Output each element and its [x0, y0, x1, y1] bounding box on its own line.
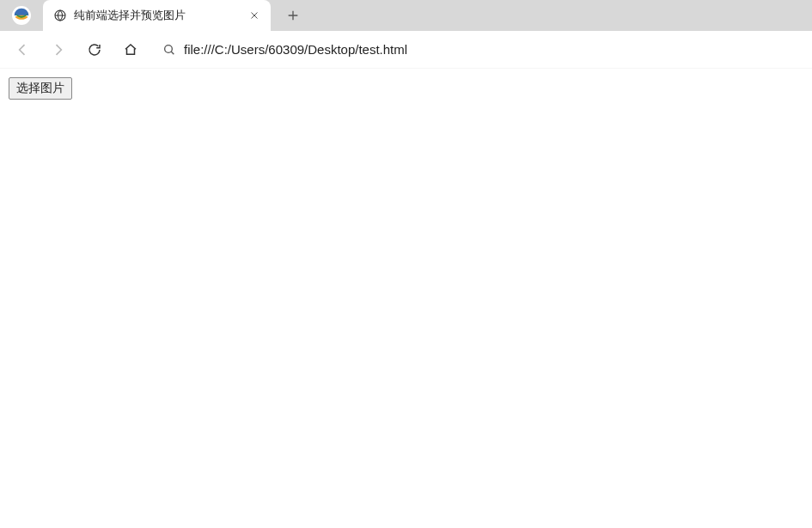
select-image-button[interactable]: 选择图片: [9, 77, 72, 100]
back-button[interactable]: [10, 38, 34, 62]
tab-active[interactable]: 纯前端选择并预览图片: [43, 0, 271, 31]
tab-title: 纯前端选择并预览图片: [74, 8, 240, 23]
search-icon: [162, 42, 177, 58]
globe-icon: [53, 9, 67, 22]
url-text: file:///C:/Users/60309/Desktop/test.html: [184, 42, 407, 57]
svg-point-2: [165, 45, 173, 52]
toolbar: file:///C:/Users/60309/Desktop/test.html: [0, 31, 812, 69]
close-icon[interactable]: [247, 8, 262, 23]
reload-button[interactable]: [82, 38, 107, 62]
new-tab-button[interactable]: [279, 2, 307, 29]
tab-strip: 纯前端选择并预览图片: [0, 0, 812, 31]
browser-logo-icon: [12, 6, 31, 25]
forward-button[interactable]: [46, 38, 70, 62]
address-bar[interactable]: file:///C:/Users/60309/Desktop/test.html: [155, 36, 802, 64]
page-content: 选择图片: [0, 69, 812, 108]
home-button[interactable]: [119, 38, 143, 62]
